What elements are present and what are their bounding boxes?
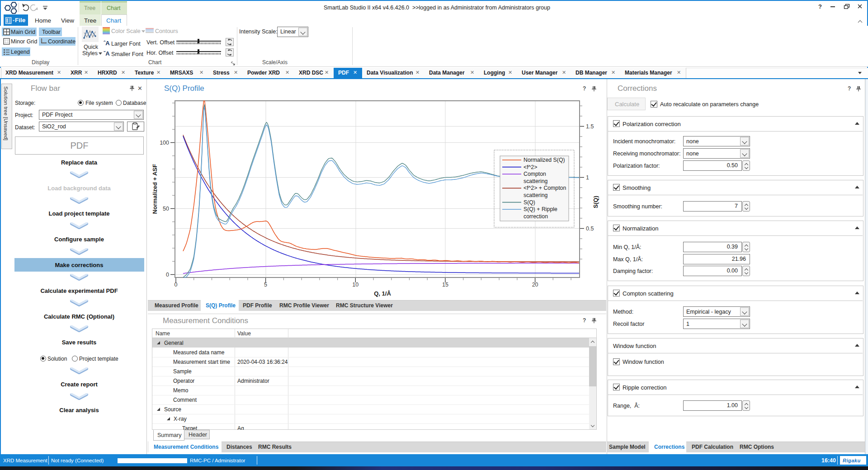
svg-text:Compton: Compton <box>524 171 546 177</box>
svg-text:100: 100 <box>160 140 169 146</box>
svg-text:S(Q): S(Q) <box>524 199 535 206</box>
svg-text:scattering: scattering <box>524 192 547 198</box>
svg-text:0: 0 <box>166 272 169 278</box>
svg-text:5: 5 <box>264 282 267 288</box>
svg-text:<f^2> + Compton: <f^2> + Compton <box>524 185 566 191</box>
svg-text:Q, 1/Å: Q, 1/Å <box>374 290 391 297</box>
svg-text:15: 15 <box>442 282 448 288</box>
svg-text:10: 10 <box>352 282 359 288</box>
svg-text:20: 20 <box>532 282 538 288</box>
svg-text:S(Q) + Ripple: S(Q) + Ripple <box>524 206 557 212</box>
svg-text:correction: correction <box>524 213 548 220</box>
svg-text:?: ? <box>818 3 822 10</box>
svg-text:<f^2>: <f^2> <box>524 164 537 170</box>
svg-text:1: 1 <box>586 174 589 181</box>
svg-text:Normalized S(Q): Normalized S(Q) <box>524 157 565 163</box>
svg-text:1.5: 1.5 <box>586 123 594 130</box>
svg-text:S(Q): S(Q) <box>592 196 599 208</box>
svg-text:scattering: scattering <box>524 178 547 184</box>
svg-text:50: 50 <box>163 206 169 212</box>
svg-text:0: 0 <box>175 282 178 288</box>
svg-text:0.5: 0.5 <box>586 226 594 232</box>
svg-text:Normalized + ASF: Normalized + ASF <box>151 164 158 214</box>
